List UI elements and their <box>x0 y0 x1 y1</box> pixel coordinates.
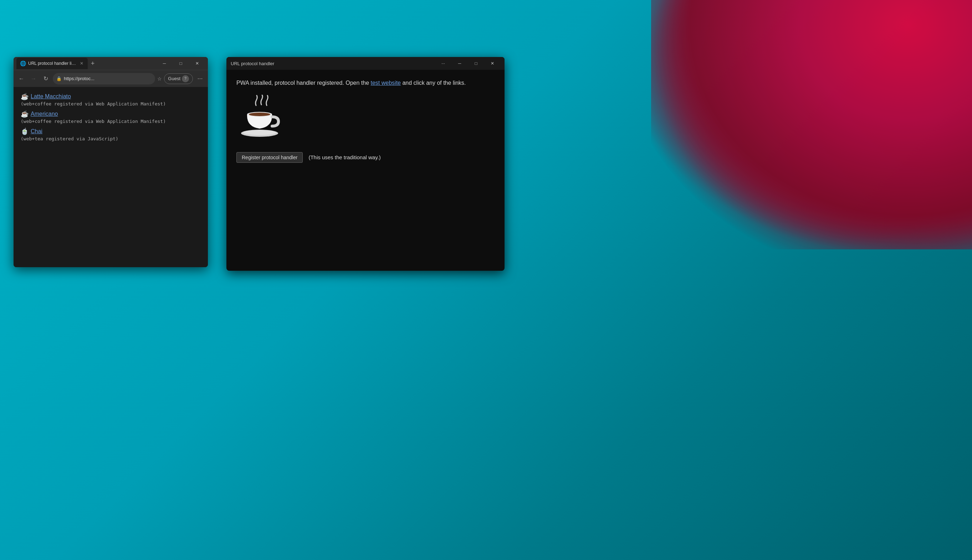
pwa-more-button[interactable]: ··· <box>435 58 451 69</box>
chai-desc: (web+tea registered via JavaScript) <box>21 136 201 142</box>
browser-maximize-button[interactable]: □ <box>173 58 189 69</box>
new-tab-button[interactable]: + <box>88 58 98 68</box>
lock-icon: 🔒 <box>56 76 62 81</box>
americano-desc: (web+coffee registered via Web Applicati… <box>21 118 201 124</box>
pwa-minimize-button[interactable]: ─ <box>452 58 467 69</box>
coffee-emoji-latte: ☕ <box>21 93 28 100</box>
pwa-close-button[interactable]: ✕ <box>485 58 500 69</box>
browser-tab[interactable]: 🌐 URL protocol handler links ✕ <box>17 58 88 69</box>
browser-minimize-button[interactable]: ─ <box>157 58 172 69</box>
pwa-description-suffix: and click any of the links. <box>401 80 466 86</box>
back-button[interactable]: ← <box>17 74 27 84</box>
link-row-americano: ☕ Americano <box>21 110 201 118</box>
browser-more-button[interactable]: ··· <box>195 74 205 84</box>
browser-window: 🌐 URL protocol handler links ✕ + ─ □ ✕ <box>13 57 208 267</box>
pwa-description-prefix: PWA installed, protocol handler register… <box>236 80 371 86</box>
reload-button[interactable]: ↻ <box>41 74 51 84</box>
tab-favicon: 🌐 <box>20 60 26 66</box>
pwa-description: PWA installed, protocol handler register… <box>236 78 495 88</box>
coffee-cup-svg <box>236 95 283 141</box>
list-item: 🍵 Chai (web+tea registered via JavaScrip… <box>21 128 201 142</box>
latte-macchiato-desc: (web+coffee registered via Web Applicati… <box>21 101 201 107</box>
americano-link[interactable]: Americano <box>31 111 58 117</box>
address-bar[interactable]: 🔒 https://protoc... <box>53 73 155 85</box>
register-row: Register protocol handler (This uses the… <box>236 152 495 163</box>
list-item: ☕ Latte Macchiato (web+coffee registered… <box>21 93 201 107</box>
latte-macchiato-link[interactable]: Latte Macchiato <box>31 93 71 100</box>
favorite-icon[interactable]: ☆ <box>157 76 162 82</box>
browser-content: ☕ Latte Macchiato (web+coffee registered… <box>13 87 208 267</box>
pwa-titlebar: URL protocol handler ··· ─ □ ✕ <box>226 57 505 70</box>
chai-link[interactable]: Chai <box>31 128 42 135</box>
tab-title: URL protocol handler links <box>28 61 77 66</box>
pwa-window: URL protocol handler ··· ─ □ ✕ PWA insta… <box>226 57 505 271</box>
test-website-link[interactable]: test website <box>371 80 401 86</box>
tea-emoji-chai: 🍵 <box>21 128 28 135</box>
forward-button[interactable]: → <box>28 74 38 84</box>
link-row-chai: 🍵 Chai <box>21 128 201 135</box>
guest-profile-button[interactable]: Guest ? <box>164 73 193 84</box>
svg-point-3 <box>249 113 270 116</box>
link-row-latte: ☕ Latte Macchiato <box>21 93 201 100</box>
browser-titlebar: 🌐 URL protocol handler links ✕ + ─ □ ✕ <box>13 57 208 70</box>
guest-label: Guest <box>168 76 181 81</box>
register-note: (This uses the traditional way.) <box>308 153 380 162</box>
register-protocol-handler-button[interactable]: Register protocol handler <box>236 152 303 163</box>
tab-strip: 🌐 URL protocol handler links ✕ + <box>17 57 157 70</box>
coffee-emoji-americano: ☕ <box>21 110 28 118</box>
pwa-content: PWA installed, protocol handler register… <box>226 70 505 271</box>
list-item: ☕ Americano (web+coffee registered via W… <box>21 110 201 124</box>
desktop: 🌐 URL protocol handler links ✕ + ─ □ ✕ <box>0 0 972 560</box>
tab-close-button[interactable]: ✕ <box>79 61 84 66</box>
pwa-title: URL protocol handler <box>231 61 435 66</box>
coffee-cup-image <box>236 95 495 143</box>
browser-addressbar: ← → ↻ 🔒 https://protoc... ☆ Guest ? ··· <box>13 70 208 87</box>
desktop-flower-decoration <box>651 0 972 249</box>
browser-window-controls: ─ □ ✕ <box>157 58 205 69</box>
svg-point-1 <box>243 130 276 135</box>
guest-avatar: ? <box>182 75 189 82</box>
pwa-window-controls: ··· ─ □ ✕ <box>435 58 500 69</box>
pwa-maximize-button[interactable]: □ <box>468 58 484 69</box>
url-text: https://protoc... <box>64 76 94 81</box>
browser-close-button[interactable]: ✕ <box>189 58 205 69</box>
